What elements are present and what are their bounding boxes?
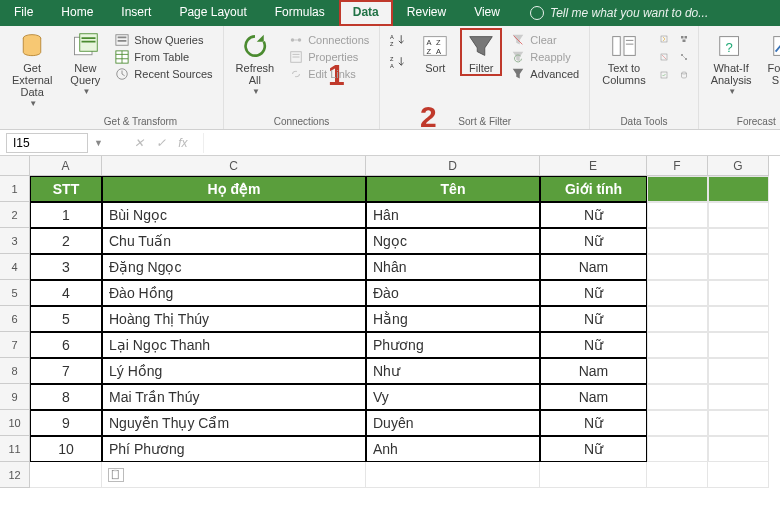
new-query-button[interactable]: New Query ▼ xyxy=(64,30,106,99)
header-stt[interactable]: STT xyxy=(30,176,102,202)
tab-insert[interactable]: Insert xyxy=(107,0,165,26)
cell-gioi-tinh[interactable]: Nữ xyxy=(540,436,647,462)
tab-home[interactable]: Home xyxy=(47,0,107,26)
cell[interactable] xyxy=(647,436,708,462)
cell[interactable] xyxy=(708,436,769,462)
name-box[interactable]: I15 xyxy=(6,133,88,153)
cell[interactable] xyxy=(30,462,102,488)
tab-page-layout[interactable]: Page Layout xyxy=(165,0,260,26)
sort-button[interactable]: AZZA Sort xyxy=(414,30,456,76)
edit-links-button[interactable]: Edit Links xyxy=(284,66,373,82)
cell-gioi-tinh[interactable]: Nam xyxy=(540,384,647,410)
cell-ho-dem[interactable]: Đào Hồng xyxy=(102,280,366,306)
cell[interactable] xyxy=(708,306,769,332)
cell[interactable] xyxy=(708,462,769,488)
text-to-columns-button[interactable]: Text to Columns xyxy=(596,30,651,88)
cell[interactable] xyxy=(647,384,708,410)
cell[interactable] xyxy=(708,410,769,436)
header-ho-dem[interactable]: Họ đệm xyxy=(102,176,366,202)
refresh-all-button[interactable]: Refresh All ▼ xyxy=(230,30,281,99)
cell-ho-dem[interactable]: Nguyễn Thụy Cẩm xyxy=(102,410,366,436)
relationships-button[interactable] xyxy=(676,50,692,64)
row-header[interactable]: 11 xyxy=(0,436,30,462)
remove-duplicates-button[interactable] xyxy=(656,50,672,64)
row-header[interactable]: 2 xyxy=(0,202,30,228)
row-header[interactable]: 10 xyxy=(0,410,30,436)
cancel-icon[interactable]: ✕ xyxy=(131,136,147,150)
cell-stt[interactable]: 3 xyxy=(30,254,102,280)
cell-gioi-tinh[interactable]: Nữ xyxy=(540,332,647,358)
cell[interactable] xyxy=(708,254,769,280)
cell-ten[interactable]: Nhân xyxy=(366,254,540,280)
cell-stt[interactable]: 1 xyxy=(30,202,102,228)
cell[interactable] xyxy=(708,384,769,410)
col-header-e[interactable]: E xyxy=(540,156,647,176)
forecast-sheet-button[interactable]: Foreca Shee xyxy=(762,30,780,88)
cell-stt[interactable]: 7 xyxy=(30,358,102,384)
data-validation-button[interactable] xyxy=(656,68,672,82)
recent-sources-button[interactable]: Recent Sources xyxy=(110,66,216,82)
row-header[interactable]: 6 xyxy=(0,306,30,332)
tab-review[interactable]: Review xyxy=(393,0,460,26)
cell-ho-dem[interactable]: Mai Trần Thúy xyxy=(102,384,366,410)
cell[interactable] xyxy=(647,280,708,306)
reapply-button[interactable]: Reapply xyxy=(506,49,583,65)
tab-file[interactable]: File xyxy=(0,0,47,26)
cell[interactable] xyxy=(102,462,366,488)
paste-options-icon[interactable] xyxy=(108,468,124,482)
cell-gioi-tinh[interactable]: Nữ xyxy=(540,228,647,254)
cell[interactable] xyxy=(647,332,708,358)
cell[interactable] xyxy=(708,228,769,254)
select-all-corner[interactable] xyxy=(0,156,30,176)
properties-button[interactable]: Properties xyxy=(284,49,373,65)
advanced-button[interactable]: Advanced xyxy=(506,66,583,82)
cell-gioi-tinh[interactable]: Nữ xyxy=(540,202,647,228)
row-header[interactable]: 3 xyxy=(0,228,30,254)
cell-stt[interactable]: 9 xyxy=(30,410,102,436)
cell-gioi-tinh[interactable]: Nữ xyxy=(540,280,647,306)
cell-stt[interactable]: 4 xyxy=(30,280,102,306)
row-header[interactable]: 5 xyxy=(0,280,30,306)
cell-ten[interactable]: Duyên xyxy=(366,410,540,436)
tab-view[interactable]: View xyxy=(460,0,514,26)
cell-ten[interactable]: Phương xyxy=(366,332,540,358)
cell[interactable] xyxy=(647,358,708,384)
cell[interactable] xyxy=(540,462,647,488)
flash-fill-button[interactable] xyxy=(656,32,672,46)
cell-ten[interactable]: Hân xyxy=(366,202,540,228)
cell-ten[interactable]: Đào xyxy=(366,280,540,306)
cell-ho-dem[interactable]: Chu Tuấn xyxy=(102,228,366,254)
col-header-a[interactable]: A xyxy=(30,156,102,176)
cell-ho-dem[interactable]: Hoàng Thị Thúy xyxy=(102,306,366,332)
row-header[interactable]: 7 xyxy=(0,332,30,358)
sort-az-button[interactable]: AZ xyxy=(386,32,410,48)
cell[interactable] xyxy=(708,280,769,306)
what-if-button[interactable]: ? What-If Analysis ▼ xyxy=(705,30,758,99)
cell-gioi-tinh[interactable]: Nam xyxy=(540,254,647,280)
cell[interactable] xyxy=(708,332,769,358)
get-external-data-button[interactable]: Get External Data ▼ xyxy=(6,30,58,111)
row-header[interactable]: 4 xyxy=(0,254,30,280)
cell[interactable] xyxy=(647,306,708,332)
manage-data-model-button[interactable] xyxy=(676,68,692,82)
cell[interactable] xyxy=(708,202,769,228)
header-gioi-tinh[interactable]: Giới tính xyxy=(540,176,647,202)
cell[interactable] xyxy=(366,462,540,488)
cell-ho-dem[interactable]: Bùi Ngọc xyxy=(102,202,366,228)
cell-stt[interactable]: 5 xyxy=(30,306,102,332)
clear-button[interactable]: Clear xyxy=(506,32,583,48)
fx-icon[interactable]: fx xyxy=(175,136,191,150)
row-header[interactable]: 9 xyxy=(0,384,30,410)
cell-gioi-tinh[interactable]: Nam xyxy=(540,358,647,384)
cell-gioi-tinh[interactable]: Nữ xyxy=(540,410,647,436)
cell-gioi-tinh[interactable]: Nữ xyxy=(540,306,647,332)
row-header[interactable]: 8 xyxy=(0,358,30,384)
cell[interactable] xyxy=(647,462,708,488)
cell-ten[interactable]: Hằng xyxy=(366,306,540,332)
from-table-button[interactable]: From Table xyxy=(110,49,216,65)
cell-ho-dem[interactable]: Phí Phương xyxy=(102,436,366,462)
tab-formulas[interactable]: Formulas xyxy=(261,0,339,26)
cell-stt[interactable]: 2 xyxy=(30,228,102,254)
enter-icon[interactable]: ✓ xyxy=(153,136,169,150)
tab-data[interactable]: Data xyxy=(339,0,393,26)
